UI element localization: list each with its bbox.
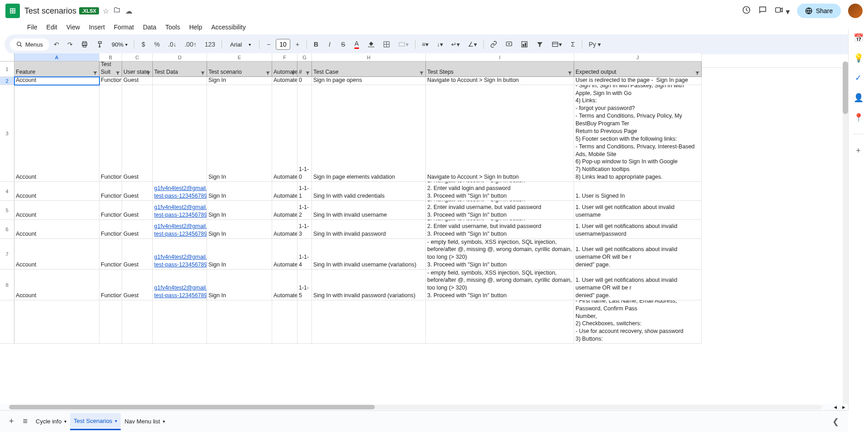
- zoom-select[interactable]: 90% ▾: [108, 39, 131, 50]
- cell[interactable]: Automated: [272, 220, 297, 239]
- cell[interactable]: Sing In with invalid password (variation…: [312, 270, 426, 300]
- column-header-I[interactable]: I: [426, 53, 574, 62]
- move-icon[interactable]: [113, 6, 121, 15]
- cell[interactable]: [207, 300, 272, 344]
- cell[interactable]: Sign In: [207, 270, 272, 300]
- column-header-cell[interactable]: User state: [122, 62, 153, 77]
- menu-format[interactable]: Format: [110, 22, 137, 33]
- cell[interactable]: Sign In: [207, 77, 272, 85]
- maps-icon[interactable]: 📍: [853, 112, 864, 123]
- menu-edit[interactable]: Edit: [43, 22, 61, 33]
- cell[interactable]: Account: [14, 85, 99, 182]
- all-sheets-icon[interactable]: ≡: [19, 413, 33, 430]
- row-header[interactable]: 5: [0, 201, 14, 220]
- column-header-cell[interactable]: Test Suit: [99, 62, 122, 77]
- spreadsheet-grid[interactable]: ABCDEFGHIJ1FeatureTest SuitUser stateTes…: [0, 53, 848, 410]
- vertical-scrollbar[interactable]: [843, 62, 848, 410]
- cell[interactable]: g1fv4n4test2@gmail.com test-pass-1234567…: [153, 201, 207, 220]
- cell[interactable]: User is redirected to the page - Sign Up…: [574, 300, 702, 344]
- document-title[interactable]: Test scenarios: [24, 6, 76, 16]
- wrap-icon[interactable]: ↵▾: [448, 38, 463, 51]
- calendar-icon[interactable]: 📅: [853, 33, 864, 43]
- meet-icon[interactable]: ▾: [774, 5, 790, 17]
- cell[interactable]: [122, 300, 153, 344]
- cell[interactable]: Guest: [122, 182, 153, 201]
- cell[interactable]: [14, 300, 99, 344]
- cell[interactable]: Sign In: [207, 182, 272, 201]
- merge-icon[interactable]: ▾: [395, 38, 412, 51]
- row-header[interactable]: 3: [0, 85, 14, 182]
- valign-icon[interactable]: ↓▾: [433, 38, 447, 51]
- search-menus-button[interactable]: Menus: [10, 38, 49, 51]
- cell[interactable]: g1fv4n4test2@gmail.com test-pass-1234567…: [153, 270, 207, 300]
- link-icon[interactable]: [486, 38, 501, 51]
- column-header-cell[interactable]: Test Data: [153, 62, 207, 77]
- text-color-icon[interactable]: A: [350, 37, 363, 52]
- column-header-cell[interactable]: Test scenario: [207, 62, 272, 77]
- menu-data[interactable]: Data: [139, 22, 160, 33]
- chart-icon[interactable]: [517, 38, 532, 51]
- cell[interactable]: 1. User is Signed In: [574, 182, 702, 201]
- addons-icon[interactable]: +: [853, 145, 864, 156]
- row-header[interactable]: 2: [0, 77, 14, 85]
- cell[interactable]: Automated: [272, 239, 297, 270]
- cell[interactable]: 1. Navigate to Account > Sign In button …: [426, 182, 574, 201]
- row-header[interactable]: [0, 300, 14, 344]
- cell[interactable]: Sign In: [207, 220, 272, 239]
- row-header[interactable]: 7: [0, 239, 14, 270]
- cell[interactable]: Functional: [99, 270, 122, 300]
- filter-icon[interactable]: [533, 38, 547, 51]
- horizontal-scrollbar[interactable]: [9, 405, 822, 409]
- row-header[interactable]: 4: [0, 182, 14, 201]
- cell[interactable]: Guest: [122, 77, 153, 85]
- cell[interactable]: Guest: [122, 220, 153, 239]
- cell[interactable]: 1. Navigate to Account > Sign In button …: [426, 239, 574, 270]
- row-header[interactable]: 1: [0, 62, 14, 77]
- percent-icon[interactable]: %: [151, 38, 163, 51]
- comment-icon[interactable]: [502, 38, 516, 51]
- cell[interactable]: 1-1-1: [297, 182, 312, 201]
- cell[interactable]: [312, 300, 426, 344]
- cell[interactable]: Account: [14, 239, 99, 270]
- column-header-cell[interactable]: Automated: [272, 62, 297, 77]
- cell[interactable]: Guest: [122, 239, 153, 270]
- column-header-G[interactable]: G: [297, 53, 312, 62]
- increase-decimal-icon[interactable]: .00↑: [181, 38, 200, 51]
- menu-accessibility[interactable]: Accessibility: [208, 22, 249, 33]
- font-size-input[interactable]: [276, 39, 290, 50]
- comments-icon[interactable]: [758, 5, 767, 17]
- cell[interactable]: Functional: [99, 85, 122, 182]
- cell[interactable]: 1-0-0: [297, 77, 312, 85]
- cell[interactable]: 1-1-3: [297, 220, 312, 239]
- cell[interactable]: Sing In with invalid username (variation…: [312, 239, 426, 270]
- column-header-cell[interactable]: Expected output: [574, 62, 702, 77]
- cell[interactable]: [153, 300, 207, 344]
- add-sheet-icon[interactable]: +: [5, 413, 19, 430]
- cell[interactable]: Sign In: [207, 201, 272, 220]
- cell[interactable]: 1. User will get notifications about inv…: [574, 239, 702, 270]
- sheet-tab-test-scenarios[interactable]: Test Scenarios▾: [70, 413, 121, 430]
- expand-panel-icon[interactable]: ❮: [832, 417, 844, 427]
- menu-file[interactable]: File: [24, 22, 41, 33]
- cell[interactable]: [297, 300, 312, 344]
- menu-tools[interactable]: Tools: [162, 22, 184, 33]
- star-icon[interactable]: ☆: [103, 7, 109, 15]
- column-header-C[interactable]: C: [122, 53, 153, 62]
- history-icon[interactable]: [742, 5, 751, 17]
- cell[interactable]: Sing In with invalid username: [312, 201, 426, 220]
- avatar[interactable]: [848, 4, 863, 18]
- cell[interactable]: Functional: [99, 77, 122, 85]
- fill-color-icon[interactable]: [364, 38, 378, 51]
- cell[interactable]: 1. User will get notification about inva…: [574, 201, 702, 220]
- python-icon[interactable]: Py ▾: [585, 38, 604, 51]
- cell[interactable]: [99, 300, 122, 344]
- cell[interactable]: Navigate to Account > Sign In button: [426, 85, 574, 182]
- currency-icon[interactable]: $: [137, 38, 150, 51]
- cell[interactable]: User is redirected to the page - Sign In…: [574, 85, 702, 182]
- cell[interactable]: 1. Navigate to Account > Sign In button …: [426, 220, 574, 239]
- sheet-tab-nav-menu-list[interactable]: Nav Menu list▾: [121, 413, 169, 429]
- cell[interactable]: 1-1-2: [297, 201, 312, 220]
- cell[interactable]: 1. User will get notifications about inv…: [574, 220, 702, 239]
- cell[interactable]: 1. Navigate to Account > Sign In button …: [426, 270, 574, 300]
- halign-icon[interactable]: ≡▾: [418, 38, 432, 51]
